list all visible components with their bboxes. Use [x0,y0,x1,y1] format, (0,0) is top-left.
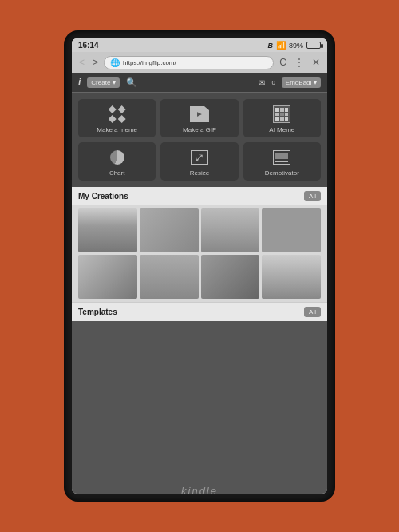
creation-thumb-4[interactable] [262,208,321,252]
chart-icon [106,149,128,166]
refresh-button[interactable]: C [277,56,289,69]
make-gif-icon: ▶ [188,105,211,123]
templates-all-button[interactable]: All [304,307,321,317]
browser-toolbar: < > 🌐 https://imgflip.com/ C ⋮ ✕ [72,52,327,73]
demotivator-label: Demotivator [265,169,299,177]
make-gif-button[interactable]: ▶ Make a GIF [160,99,238,137]
mail-icon: ✉ [259,78,265,87]
my-creations-title: My Creations [78,192,128,200]
url-text: https://imgflip.com/ [123,59,176,66]
imgflip-navbar: i Create ▾ 🔍 ✉ 0 EmoBadI ▾ [72,73,327,93]
browser-close-button[interactable]: ✕ [310,56,322,69]
status-time: 16:14 [78,41,99,50]
url-bar[interactable]: 🌐 https://imgflip.com/ [104,56,274,69]
chart-label: Chart [109,169,125,177]
make-gif-label: Make a GIF [183,126,216,133]
search-nav-icon[interactable]: 🔍 [126,77,137,88]
ai-meme-icon [271,105,293,123]
site-content: i Create ▾ 🔍 ✉ 0 EmoBadI ▾ [72,73,327,494]
demotivator-icon [271,149,293,166]
resize-label: Resize [190,169,209,177]
kindle-label: kindle [181,485,218,497]
make-meme-icon [106,105,128,123]
battery-percent: 89% [289,42,303,50]
back-button[interactable]: < [77,55,87,69]
templates-header: Templates All [72,302,327,321]
make-meme-label: Make a meme [97,126,137,133]
status-bar: 16:14 B 📶 89% [72,38,327,52]
resize-button[interactable]: ⤢ Resize [160,142,238,181]
creation-thumb-1[interactable] [78,208,137,252]
ai-meme-button[interactable]: AI Meme [243,99,321,137]
kindle-case: 16:14 B 📶 89% < > 🌐 https://imgflip.com/… [64,30,335,502]
bluetooth-icon: B [267,42,273,50]
creation-thumb-8[interactable] [262,255,321,299]
creation-thumb-3[interactable] [201,208,260,252]
chart-button[interactable]: Chart [78,142,156,181]
demotivator-button[interactable]: Demotivator [243,142,321,181]
my-creations-all-button[interactable]: All [304,191,321,201]
creations-grid [72,205,327,302]
creation-thumb-7[interactable] [201,255,260,299]
creation-thumb-6[interactable] [140,255,199,299]
kindle-device: 16:14 B 📶 89% < > 🌐 https://imgflip.com/… [64,30,335,502]
resize-icon: ⤢ [188,149,211,166]
creation-thumb-2[interactable] [140,208,199,252]
templates-title: Templates [78,308,117,316]
make-meme-button[interactable]: Make a meme [78,99,156,137]
my-creations-header: My Creations All [72,187,327,205]
screen: 16:14 B 📶 89% < > 🌐 https://imgflip.com/… [72,38,327,494]
user-menu-button[interactable]: EmoBadI ▾ [282,77,321,88]
create-dropdown-button[interactable]: Create ▾ [87,77,119,88]
battery-icon [306,42,321,49]
mail-count: 0 [271,79,275,86]
creation-thumb-5[interactable] [78,255,137,299]
forward-button[interactable]: > [90,55,101,69]
browser-menu-button[interactable]: ⋮ [292,56,306,69]
imgflip-logo: i [78,77,81,88]
status-icons: B 📶 89% [267,41,321,50]
create-grid: Make a meme ▶ Make a GIF [72,93,327,187]
globe-icon: 🌐 [110,58,120,67]
wifi-icon: 📶 [276,41,286,50]
ai-meme-label: AI Meme [269,126,294,133]
